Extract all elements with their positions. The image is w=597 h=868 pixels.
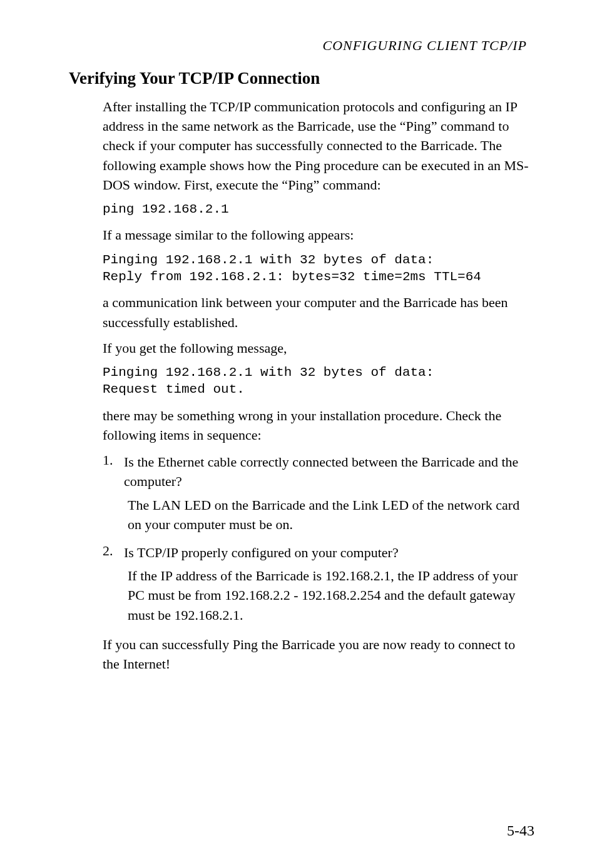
closing-paragraph: If you can successfully Ping the Barrica…	[103, 635, 533, 674]
step-number: 1.	[103, 452, 124, 534]
step-question: Is TCP/IP properly configured on your co…	[124, 543, 533, 562]
following-msg-lead: If you get the following message,	[103, 338, 533, 358]
step-body: Is the Ethernet cable correctly connecte…	[124, 452, 533, 534]
similar-lead: If a message similar to the following ap…	[103, 225, 533, 245]
command-ping-timeout: Pinging 192.168.2.1 with 32 bytes of dat…	[103, 364, 533, 398]
something-wrong: there may be something wrong in your ins…	[103, 406, 533, 445]
step-question: Is the Ethernet cable correctly connecte…	[124, 452, 533, 491]
section-heading: Verifying Your TCP/IP Connection	[69, 69, 539, 88]
command-ping-reply: Pinging 192.168.2.1 with 32 bytes of dat…	[103, 251, 533, 286]
step-1: 1. Is the Ethernet cable correctly conne…	[103, 452, 533, 534]
body-block: After installing the TCP/IP communicatio…	[103, 97, 533, 674]
command-ping: ping 192.168.2.1	[103, 201, 533, 218]
running-header: CONFIGURING CLIENT TCP/IP	[69, 38, 527, 54]
step-number: 2.	[103, 543, 124, 625]
steps-list: 1. Is the Ethernet cable correctly conne…	[103, 452, 533, 625]
link-established: a communication link between your comput…	[103, 293, 533, 331]
step-2: 2. Is TCP/IP properly configured on your…	[103, 543, 533, 625]
step-body: Is TCP/IP properly configured on your co…	[124, 543, 533, 625]
step-answer: The LAN LED on the Barricade and the Lin…	[128, 495, 533, 534]
step-answer: If the IP address of the Barricade is 19…	[128, 566, 533, 625]
page-number: 5-43	[507, 822, 534, 839]
intro-paragraph: After installing the TCP/IP communicatio…	[103, 97, 533, 194]
